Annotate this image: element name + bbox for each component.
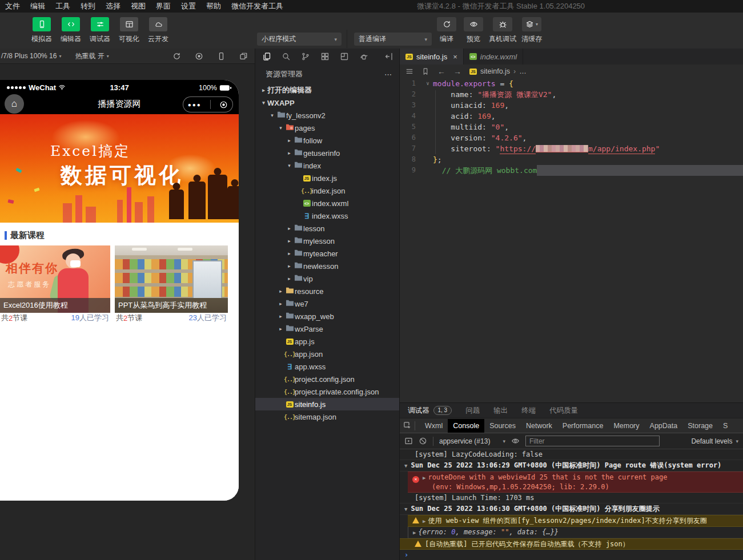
execution-context-select[interactable]: appservice (#13) ▾ xyxy=(439,437,505,445)
refresh-icon[interactable] xyxy=(172,52,181,61)
menu-item[interactable]: 转到 xyxy=(75,0,101,13)
tree-item-wxParse[interactable]: ▸wxParse xyxy=(255,323,399,335)
inspect-element-icon[interactable] xyxy=(400,421,415,430)
devtools-tab-Wxml[interactable]: Wxml xyxy=(420,419,448,433)
collapse-group-icon[interactable]: ▼ xyxy=(404,506,407,512)
more-button[interactable]: ●●● xyxy=(188,102,202,108)
extensions-icon[interactable] xyxy=(320,52,330,61)
tree-item-pages[interactable]: ▾pages xyxy=(255,122,399,134)
expand-icon[interactable]: ▶ xyxy=(413,530,416,535)
tree-expand-icon[interactable]: ▸ xyxy=(286,276,293,281)
tree-expand-icon[interactable]: ▸ xyxy=(277,301,284,307)
清缓存-button[interactable]: ▾清缓存 xyxy=(520,17,543,44)
tree-expand-icon[interactable]: ▸ xyxy=(260,87,267,93)
tree-expand-icon[interactable]: ▸ xyxy=(286,138,293,143)
navigate-back-icon[interactable]: ← xyxy=(437,67,445,76)
devtools-tab-Console[interactable]: Console xyxy=(448,419,484,433)
tree-item-app.wxss[interactable]: ∃app.wxss xyxy=(255,360,399,373)
live-expression-icon[interactable] xyxy=(511,437,520,445)
collapse-group-icon[interactable]: ▼ xyxy=(404,463,407,469)
git-branch-icon[interactable] xyxy=(301,52,310,61)
tree-expand-icon[interactable]: ▸ xyxy=(277,288,284,294)
menu-item[interactable]: 微信开发者工具 xyxy=(226,0,288,13)
console-filter-input[interactable] xyxy=(525,436,660,446)
debugger-tab-代码质量[interactable]: 代码质量 xyxy=(549,406,578,416)
tree-item-resource[interactable]: ▸resource xyxy=(255,285,399,297)
menu-item[interactable]: 编辑 xyxy=(25,0,50,13)
devtools-tab-Network[interactable]: Network xyxy=(521,419,557,433)
outline-icon[interactable] xyxy=(405,67,413,75)
device-select[interactable]: /7/8 Plus 100% 16 ▾ xyxy=(1,52,61,60)
debugger-tab-调试器[interactable]: 调试器1, 3 xyxy=(408,406,452,416)
tree-item-index.json[interactable]: {..}index.json xyxy=(255,184,399,197)
编辑器-button[interactable]: 编辑器 xyxy=(59,17,83,44)
debugger-tab-输出[interactable]: 输出 xyxy=(493,406,508,416)
console-sidebar-icon[interactable] xyxy=(404,437,413,445)
expand-icon[interactable]: ▶ xyxy=(423,475,425,481)
files-icon[interactable] xyxy=(262,52,271,61)
tree-expand-icon[interactable]: ▾ xyxy=(277,125,284,131)
tree-item-project.private.config.json[interactable]: {..}project.private.config.json xyxy=(255,385,399,398)
navigate-forward-icon[interactable]: → xyxy=(453,67,461,76)
tree-expand-icon[interactable]: ▸ xyxy=(286,263,293,269)
devtools-tab-Storage[interactable]: Storage xyxy=(682,419,718,433)
编译-button[interactable]: 编译 xyxy=(435,17,458,44)
tree-item-app.js[interactable]: JSapp.js xyxy=(255,335,399,348)
tree-expand-icon[interactable]: ▸ xyxy=(286,238,293,244)
menu-item[interactable]: 帮助 xyxy=(201,0,226,13)
tree-expand-icon[interactable]: ▸ xyxy=(286,251,293,256)
record-icon[interactable] xyxy=(195,52,203,61)
真机调试-button[interactable]: 真机调试 xyxy=(489,17,516,44)
log-levels-select[interactable]: Default levels ▾ xyxy=(691,437,738,445)
tree-item-app.json[interactable]: {..}app.json xyxy=(255,348,399,360)
hot-reload-toggle[interactable]: 热重载 开 ▾ xyxy=(75,51,109,61)
compile-mode-select[interactable]: 普通编译 ▾ xyxy=(354,33,432,46)
tree-item-sitemap.json[interactable]: {..}sitemap.json xyxy=(255,410,399,423)
tree-expand-icon[interactable]: ▸ xyxy=(277,326,284,332)
tree-item-index.js[interactable]: JSindex.js xyxy=(255,172,399,184)
tree-item-siteinfo.js[interactable]: JSsiteinfo.js xyxy=(255,398,399,410)
可视化-button[interactable]: 可视化 xyxy=(117,17,141,44)
menu-item[interactable]: 选择 xyxy=(101,0,126,13)
menu-item[interactable]: 界面 xyxy=(151,0,176,13)
devtools-tab-S[interactable]: S xyxy=(718,419,733,433)
调试器-button[interactable]: 调试器 xyxy=(88,17,112,44)
clear-console-icon[interactable] xyxy=(419,437,427,445)
console-prompt[interactable]: › xyxy=(400,550,743,560)
more-actions-icon[interactable]: ⋯ xyxy=(384,70,392,79)
tree-expand-icon[interactable]: ▾ xyxy=(268,112,276,118)
云开发-button[interactable]: 云开发 xyxy=(146,17,170,44)
tree-item-myteacher[interactable]: ▸myteacher xyxy=(255,247,399,260)
editor-tab-siteinfo.js[interactable]: JSsiteinfo.js× xyxy=(400,49,464,65)
expand-icon[interactable]: ▶ xyxy=(423,518,425,524)
menu-item[interactable]: 视图 xyxy=(126,0,151,13)
devtools-tab-Performance[interactable]: Performance xyxy=(557,419,609,433)
tree-item-wxapp_web[interactable]: ▸wxapp_web xyxy=(255,310,399,323)
devtools-tab-AppData[interactable]: AppData xyxy=(645,419,683,433)
tree-item-index.wxml[interactable]: <>index.wxml xyxy=(255,197,399,210)
debugger-tab-问题[interactable]: 问题 xyxy=(465,406,480,416)
code-editor[interactable]: 1∨module.exports = {2 name: "播播资源 微课堂V2"… xyxy=(400,78,743,402)
tree-item-getuserinfo[interactable]: ▸getuserinfo xyxy=(255,147,399,159)
tree-item-WXAPP[interactable]: ▾WXAPP xyxy=(255,96,399,109)
tree-item--[interactable]: ▸打开的编辑器 xyxy=(255,84,399,96)
hero-banner[interactable]: Excel搞定 数据可视化 xyxy=(0,114,239,223)
预览-button[interactable]: 预览 xyxy=(462,17,485,44)
tree-expand-icon[interactable]: ▸ xyxy=(286,225,293,231)
tree-item-index.wxss[interactable]: ∃index.wxss xyxy=(255,210,399,222)
tree-expand-icon[interactable]: ▸ xyxy=(277,313,284,319)
menu-item[interactable]: 工具 xyxy=(50,0,75,13)
course-card[interactable]: 相伴有你 志愿者服务 Excel2016使用教程 xyxy=(0,245,110,313)
window-icon[interactable] xyxy=(340,52,349,61)
tree-item-follow[interactable]: ▸follow xyxy=(255,134,399,147)
devtools-tab-Sources[interactable]: Sources xyxy=(484,419,521,433)
tree-item-mylesson[interactable]: ▸mylesson xyxy=(255,235,399,247)
tree-expand-icon[interactable]: ▾ xyxy=(260,100,267,106)
tree-item-index[interactable]: ▾index xyxy=(255,159,399,172)
breadcrumb[interactable]: JS siteinfo.js › … xyxy=(469,67,527,75)
collapse-sidebar-icon[interactable] xyxy=(384,52,393,61)
tree-item-project.config.json[interactable]: {..}project.config.json xyxy=(255,373,399,385)
tree-expand-icon[interactable]: ▾ xyxy=(286,163,293,168)
debugger-tab-终端[interactable]: 终端 xyxy=(521,406,536,416)
menu-item[interactable]: 文件 xyxy=(0,0,25,13)
